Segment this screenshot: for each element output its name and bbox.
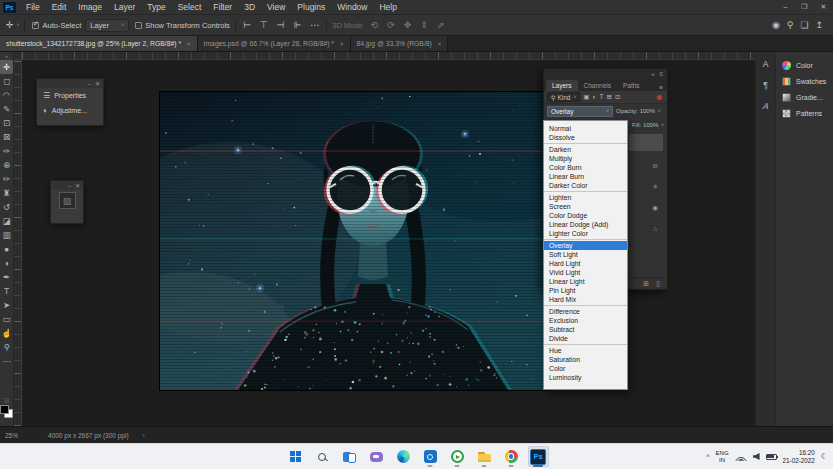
adjustments-panel[interactable]: ◐Adjustme... — [37, 103, 103, 118]
blend-mode-option[interactable]: Overlay — [544, 241, 627, 250]
account-icon[interactable]: ◉ — [772, 20, 780, 30]
menu-window[interactable]: Window — [331, 0, 373, 14]
document-tab[interactable]: Images.psd @ 66.7% (Layer 28, RGB/8#) *× — [198, 36, 351, 51]
toolbar-collapse-icon[interactable]: » — [5, 53, 8, 60]
blend-mode-option[interactable]: Exclusion — [544, 316, 627, 325]
brush-tool[interactable]: ✏ — [0, 172, 13, 186]
document-tab[interactable]: shutterstock_1342172738.jpg @ 25% (Layer… — [0, 36, 198, 51]
roll-3d-icon[interactable]: ⟳ — [385, 20, 397, 30]
wifi-icon[interactable] — [735, 453, 747, 461]
rectangle-tool[interactable]: ▭ — [0, 312, 13, 326]
orbit-3d-icon[interactable]: ⟲ — [369, 20, 381, 30]
align-left-icon[interactable]: ⊢ — [241, 20, 253, 30]
taskbar-camtasia[interactable] — [447, 446, 468, 467]
close-panel-icon[interactable]: ✕ — [75, 182, 80, 189]
slide-3d-icon[interactable]: ⇕ — [418, 20, 430, 30]
more-options-icon[interactable]: ⋯ — [308, 20, 321, 30]
gradient-tool[interactable]: ▥ — [0, 228, 13, 242]
minimize-button[interactable]: – — [776, 0, 795, 14]
clone-stamp-tool[interactable]: ♜ — [0, 186, 13, 200]
search-icon[interactable]: ⚲ — [787, 20, 794, 30]
taskbar-photoshop[interactable]: Ps — [528, 446, 549, 467]
hand-tool[interactable]: ☝ — [0, 326, 13, 340]
workspace-icon[interactable]: ❏ — [800, 20, 808, 30]
minimize-panel-icon[interactable]: – — [68, 183, 71, 189]
document-tab[interactable]: 84.jpg @ 33.3% (RGB/8)× — [351, 36, 449, 51]
blend-mode-option[interactable]: Vivid Light — [544, 268, 627, 277]
blend-mode-option[interactable]: Pin Light — [544, 286, 627, 295]
blend-mode-option[interactable]: Darker Color — [544, 181, 627, 190]
close-tab-icon[interactable]: × — [438, 41, 442, 47]
layers-tab-paths[interactable]: Paths — [617, 80, 646, 91]
taskbar-task-view[interactable] — [339, 446, 360, 467]
dodge-tool[interactable]: ◖ — [0, 256, 13, 270]
auto-select-checkbox[interactable] — [32, 22, 39, 29]
blend-mode-option[interactable]: Multiply — [544, 154, 627, 163]
panel-shortcut-patterns[interactable]: Patterns — [776, 105, 833, 121]
pixel-filter-icon[interactable]: ▣ — [583, 93, 589, 101]
blend-mode-option[interactable]: Hard Mix — [544, 295, 627, 304]
delete-layer-icon[interactable]: ▯ — [656, 280, 660, 288]
close-tab-icon[interactable]: × — [187, 41, 191, 47]
close-tab-icon[interactable]: × — [340, 41, 344, 47]
battery-icon[interactable] — [766, 454, 777, 460]
glyphs-panel-icon[interactable]: A — [762, 101, 769, 111]
pen-tool[interactable]: ✒ — [0, 270, 13, 284]
menu-3d[interactable]: 3D — [238, 0, 261, 14]
layers-tab-layers[interactable]: Layers — [546, 80, 578, 91]
blend-mode-option[interactable]: Difference — [544, 307, 627, 316]
focus-assist-icon[interactable]: ☾ — [821, 452, 828, 461]
path-selection-tool[interactable]: ➤ — [0, 298, 13, 312]
menu-edit[interactable]: Edit — [46, 0, 73, 14]
eyedropper-tool[interactable]: ✑ — [0, 144, 13, 158]
type-tool[interactable]: T — [0, 284, 13, 298]
taskbar-edge[interactable] — [393, 446, 414, 467]
menu-help[interactable]: Help — [373, 0, 402, 14]
language-indicator[interactable]: ENG IN — [716, 450, 729, 464]
zoom-tool[interactable]: ⚲ — [0, 340, 13, 354]
blend-mode-option[interactable]: Color — [544, 364, 627, 373]
blend-mode-option[interactable]: Linear Dodge (Add) — [544, 220, 627, 229]
properties-panel[interactable]: ☰Properties — [37, 88, 103, 103]
blend-mode-option[interactable]: Linear Light — [544, 277, 627, 286]
clock[interactable]: 16:20 21-02-2022 — [783, 449, 815, 464]
panel-shortcut-gradients[interactable]: Gradie... — [776, 89, 833, 105]
blend-mode-option[interactable]: Normal — [544, 124, 627, 133]
blend-mode-dropdown[interactable]: Overlay ˅ — [547, 106, 613, 117]
panel-thumbnail[interactable]: ▨ — [59, 192, 76, 209]
panel-menu-icon[interactable]: ≡ — [655, 84, 667, 91]
blend-mode-option[interactable]: Hue — [544, 346, 627, 355]
link-layers-icon[interactable]: ⊘ — [652, 162, 657, 170]
taskbar-chrome[interactable] — [501, 446, 522, 467]
blend-mode-option[interactable]: Soft Light — [544, 250, 627, 259]
status-caret-icon[interactable]: › — [143, 432, 145, 439]
edit-toolbar[interactable]: ⋯ — [0, 354, 13, 368]
blend-mode-option[interactable]: Hard Light — [544, 259, 627, 268]
foreground-background-swatches[interactable] — [0, 405, 13, 418]
distribute-icon[interactable]: ⊩ — [291, 20, 303, 30]
menu-layer[interactable]: Layer — [108, 0, 141, 14]
menu-file[interactable]: File — [20, 0, 46, 14]
blend-mode-option[interactable]: Subtract — [544, 325, 627, 334]
panel-shortcut-swatches[interactable]: Swatches — [776, 73, 833, 89]
lock-layer-icon[interactable]: ⌂ — [653, 225, 657, 232]
blend-mode-option[interactable]: Screen — [544, 202, 627, 211]
blend-mode-option[interactable]: Lighter Color — [544, 229, 627, 238]
volume-icon[interactable] — [753, 453, 760, 460]
layer-mask-icon[interactable]: ◉ — [652, 204, 658, 212]
lasso-tool[interactable]: ◠ — [0, 88, 13, 102]
show-transform-checkbox[interactable] — [135, 22, 142, 29]
menu-filter[interactable]: Filter — [207, 0, 238, 14]
menu-view[interactable]: View — [261, 0, 291, 14]
taskbar-search[interactable] — [312, 446, 333, 467]
blend-mode-option[interactable]: Dissolve — [544, 133, 627, 142]
frame-tool[interactable]: ⊠ — [0, 130, 13, 144]
new-layer-icon[interactable]: ⊞ — [643, 280, 649, 288]
blend-mode-option[interactable]: Saturation — [544, 355, 627, 364]
filtering-toggle[interactable] — [657, 95, 662, 100]
healing-brush-tool[interactable]: ⊕ — [0, 158, 13, 172]
align-center-icon[interactable]: ⊤ — [258, 20, 270, 30]
panel-shortcut-color[interactable]: Color — [776, 57, 833, 73]
marquee-tool[interactable]: ◻ — [0, 74, 13, 88]
taskbar-file-explorer[interactable] — [474, 446, 495, 467]
